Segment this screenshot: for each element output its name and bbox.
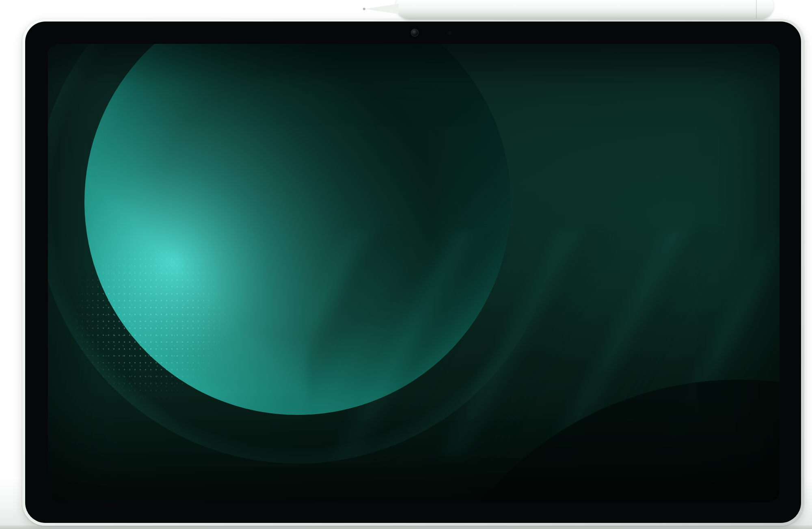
photo-background	[0, 0, 812, 529]
screen-vignette	[48, 44, 780, 502]
stylus-seam	[756, 0, 757, 19]
ambient-sensor-dot	[448, 31, 451, 35]
floor-strip	[0, 525, 812, 529]
stylus-tip	[365, 4, 399, 14]
tablet-screen	[48, 44, 780, 502]
tablet-device	[22, 19, 804, 526]
stylus	[396, 0, 773, 19]
stylus-tip-point	[363, 8, 365, 10]
front-camera-dot	[411, 29, 419, 37]
